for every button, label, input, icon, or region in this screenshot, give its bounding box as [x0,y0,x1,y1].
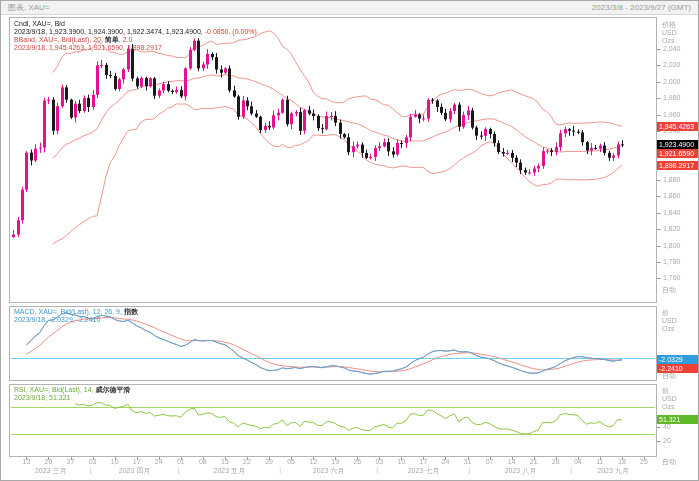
date-tick-label: 27 [67,458,75,465]
price-tick-label: 1,780 [663,258,681,265]
month-separator: | [376,466,378,473]
price-axis-currency: USD [662,29,677,37]
rsi-value-badge: 51.321 [657,415,699,424]
date-tick-label: 26 [353,458,361,465]
legend-bband-prefix: BBand, XAU=, Bid(Last), 20, [14,36,105,43]
month-separator: | [279,466,281,473]
price-tick-label: 2,020 [663,61,681,68]
legend-candle-ohlc-row[interactable]: 2023/9/18, 1,923.3900, 1,924.3900, 1,922… [14,28,257,36]
chart-canvas[interactable] [1,1,699,481]
month-label: 2023 六月 [313,466,345,476]
auto-scale-macd[interactable]: 自动 [662,371,676,381]
rsi-axis-unit: 值 [662,387,677,395]
date-tick-label: 19 [331,458,339,465]
legend-rsi-values: 2023/9/18, 51.321 [14,394,131,402]
date-tick-label: 03 [375,458,383,465]
price-tick-label: 2,000 [663,78,681,85]
date-tick-label: 04 [574,458,582,465]
macd-axis-measure: Ozs [662,325,677,333]
lower-band-price-badge: 1,898.2917 [657,161,699,170]
date-tick-label: 22 [243,458,251,465]
date-tick-label: 20 [45,458,53,465]
date-tick-label: 17 [133,458,141,465]
date-tick-label: 21 [530,458,538,465]
date-tick-label: 12 [309,458,317,465]
legend-candle-ohlc: 2023/9/18, 1,923.3900, 1,924.3900, 1,922… [14,28,205,35]
rsi-axis-header: 值 USD Ozs [662,387,677,411]
price-tick-label: 1,840 [663,209,681,216]
date-tick-label: 07 [486,458,494,465]
date-tick-label: 24 [155,458,163,465]
price-tick-label: 1,800 [663,242,681,249]
legend-rsi-prefix: RSI, XAU=, Bid(Last), 14, [14,386,96,393]
titlebar[interactable]: 图表, XAU= 2023/3/8 - 2023/9/27 (GMT) [1,1,698,15]
last-price-badge: 1,923.4900 [657,140,699,149]
price-axis-measure: Ozs [662,37,677,45]
price-axis-header: 价格 USD Ozs [662,21,677,45]
date-tick-label: 03 [89,458,97,465]
rsi-axis-currency: USD [662,395,677,403]
legend-macd-param: 指数 [124,308,138,315]
auto-scale-rsi[interactable]: 自动 [662,457,676,467]
date-tick-label: 28 [552,458,560,465]
date-tick-label: 15 [221,458,229,465]
month-separator: | [570,466,572,473]
month-label: 2023 五月 [214,466,246,476]
legend-bband-values: 2023/9/18, 1,945.4263, 1,921.6590, 1,898… [14,44,257,52]
date-tick-label: 10 [111,458,119,465]
upper-band-price-badge: 1,945.4263 [657,122,699,131]
legend-main[interactable]: Cndl, XAU=, Bid 2023/9/18, 1,923.3900, 1… [14,20,257,52]
date-tick-label: 24 [442,458,450,465]
price-tick-label: 1,860 [663,192,681,199]
month-label: 2023 七月 [408,466,440,476]
middle-band-price-badge: 1,921.6590 [657,149,699,158]
price-tick-label: 1,880 [663,176,681,183]
month-label: 2023 九月 [597,466,629,476]
auto-scale-main[interactable]: 自动 [662,285,676,295]
month-label: 2023 八月 [505,466,537,476]
price-tick-label: 1,980 [663,94,681,101]
price-tick-label: 1,960 [663,111,681,118]
legend-bband-suffix: , 2.0 [119,36,133,43]
price-axis-unit: 价格 [662,21,677,29]
macd-axis-header: 值 USD Ozs [662,309,677,333]
macd-value-badge: -2.0329 [657,355,699,364]
date-tick-label: 29 [265,458,273,465]
date-tick-label: 11 [596,458,603,465]
date-tick-label: 25 [640,458,648,465]
legend-candle-change: -0.0850, (0.00%) [205,28,257,35]
date-tick-label: 31 [464,458,472,465]
month-separator: | [89,466,91,473]
price-tick-label: 1,760 [663,274,681,281]
date-tick-label: 17 [420,458,428,465]
rsi-tick-label: 20 [663,437,671,444]
macd-axis-currency: USD [662,317,677,325]
date-tick-label: 05 [287,458,295,465]
legend-bband-param: 简单 [105,36,119,43]
legend-macd-row[interactable]: MACD, XAU=, Bid(Last), 12, 26, 9, 指数 [14,308,138,316]
legend-macd[interactable]: MACD, XAU=, Bid(Last), 12, 26, 9, 指数 202… [14,308,138,324]
date-tick-label: 13 [23,458,31,465]
month-separator: | [178,466,180,473]
macd-axis-unit: 值 [662,309,677,317]
price-tick-label: 1,820 [663,225,681,232]
legend-candle-series[interactable]: Cndl, XAU=, Bid [14,20,257,28]
price-tick-label: 2,040 [663,45,681,52]
date-tick-label: 08 [199,458,207,465]
date-tick-label: 18 [618,458,626,465]
legend-rsi[interactable]: RSI, XAU=, Bid(Last), 14, 威尔德平滑 2023/9/1… [14,386,131,402]
month-label: 2023 四月 [119,466,151,476]
month-separator: | [469,466,471,473]
legend-macd-values: 2023/9/18, -2.0329, -2.2410 [14,316,138,324]
legend-rsi-row[interactable]: RSI, XAU=, Bid(Last), 14, 威尔德平滑 [14,386,131,394]
legend-macd-prefix: MACD, XAU=, Bid(Last), 12, 26, 9, [14,308,124,315]
legend-bband-row[interactable]: BBand, XAU=, Bid(Last), 20, 简单, 2.0 [14,36,257,44]
rsi-axis-measure: Ozs [662,403,677,411]
window-date-range: 2023/3/8 - 2023/9/27 (GMT) [592,3,691,12]
window-title: 图表, XAU= [8,2,50,13]
month-label: 2023 三月 [35,466,67,476]
date-tick-label: 01 [177,458,185,465]
rsi-tick-label: 40 [663,423,671,430]
legend-rsi-param: 威尔德平滑 [96,386,131,393]
date-tick-label: 10 [397,458,405,465]
